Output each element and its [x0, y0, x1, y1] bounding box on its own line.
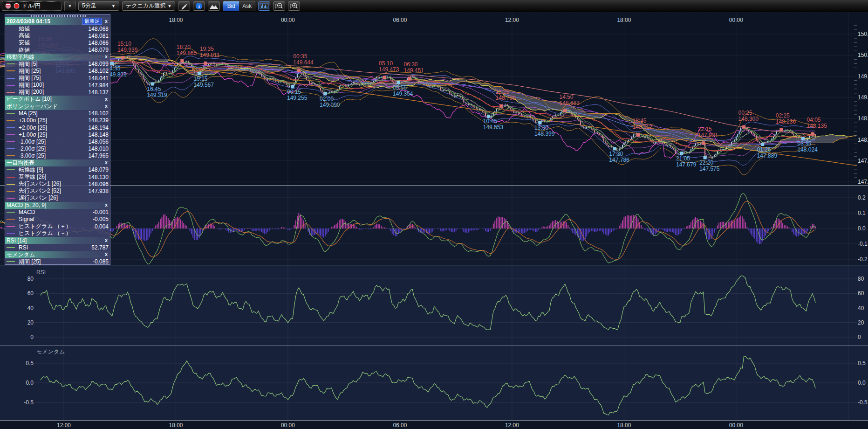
indicator-section-header: モメンタムx — [5, 251, 110, 258]
indicator-value: 148.099 — [89, 61, 109, 67]
pivot-marker-peak — [383, 76, 386, 79]
pivot-price-label: 149.090 — [320, 102, 340, 108]
close-indicator-button[interactable]: x — [104, 97, 109, 102]
chart-style-button[interactable] — [208, 1, 220, 11]
close-panel-button[interactable]: x — [104, 19, 109, 24]
latest-bar-badge: 最新足 — [82, 18, 102, 25]
time-axis-label-bottom: 18:00 — [169, 422, 183, 429]
timeframe-label: 5分足 — [82, 2, 96, 10]
pivot-marker-bottom — [151, 82, 154, 85]
pivot-time-label: 10:45 — [483, 118, 497, 125]
pivot-price-label: 147.575 — [699, 166, 720, 172]
indicator-label: -1.00σ [25] — [19, 138, 89, 145]
info-button[interactable]: i — [193, 1, 205, 11]
pivot-marker-bottom — [324, 92, 327, 95]
pivot-price-label: 147.786 — [609, 157, 629, 163]
indicator-label: RSI — [19, 244, 91, 251]
indicator-section-header: 一目均衡表x — [5, 159, 110, 166]
indicator-row: 基準線 [26]148.130 — [5, 173, 110, 180]
pivot-marker-peak — [742, 125, 745, 129]
currency-pair-select[interactable]: ドル/円 — [2, 1, 62, 11]
close-indicator-button[interactable]: x — [104, 104, 109, 109]
macd-axis-label: -0.2 — [858, 256, 868, 263]
pivot-time-label: 02:00 — [320, 96, 334, 102]
close-indicator-button[interactable]: x — [104, 238, 109, 243]
pivot-price-label: 149.451 — [403, 67, 424, 74]
indicator-label: ボリンジャーバンド — [7, 103, 104, 111]
jp-flag-icon — [14, 3, 20, 9]
indicator-section-header: RSI [14]x — [5, 237, 110, 244]
chart-canvas[interactable]: 10:55150.04711:50149.89514:35149.80915:1… — [0, 0, 868, 429]
pivot-time-label: 18:45 — [632, 118, 646, 124]
indicator-value: 148.079 — [89, 47, 109, 53]
legend-swatch — [7, 212, 15, 213]
indicator-value: 148.194 — [89, 125, 109, 131]
indicator-label: +1.00σ [25] — [19, 131, 89, 138]
rsi-axis-label-right: 20 — [858, 319, 864, 326]
indicator-row: RSI52.787 — [5, 244, 110, 251]
time-axis-label-top: 06:00 — [393, 17, 407, 23]
pivot-price-label: 149.865 — [177, 50, 197, 56]
indicator-row: 期間 [200]148.137 — [5, 89, 110, 96]
indicator-info-panel: 2024/03/08 04:15 最新足 x 始値148.068高値148.08… — [5, 14, 110, 265]
time-axis-label-bottom: 12:00 — [57, 422, 71, 429]
pivot-time-label: 17:30 — [609, 151, 623, 157]
volume-bars-button[interactable] — [258, 1, 270, 11]
indicator-label: MA [25] — [19, 110, 89, 117]
legend-swatch — [7, 63, 15, 64]
indicator-row: 転換線 [9]148.079 — [5, 166, 110, 173]
zoom-out-button[interactable] — [273, 1, 285, 11]
pivot-time-label: 18:20 — [177, 44, 191, 50]
time-axis-label-bottom: 12:00 — [505, 422, 519, 429]
indicator-row: +3.00σ [25]148.239 — [5, 117, 110, 124]
pivot-marker-bottom — [110, 62, 114, 65]
legend-swatch — [7, 92, 15, 93]
indicator-value: -0.005 — [93, 216, 109, 222]
currency-pair-dropdown-button[interactable]: ▼ — [64, 1, 75, 11]
pivot-marker-bottom — [801, 137, 805, 140]
close-indicator-button[interactable]: x — [104, 160, 109, 165]
time-axis-label-top: 18:00 — [617, 17, 631, 23]
zoom-in-button[interactable] — [288, 1, 300, 11]
draw-pencil-button[interactable] — [178, 1, 190, 11]
bars-chart-icon — [260, 3, 269, 9]
pivot-time-label: 22:15 — [698, 126, 712, 132]
pivot-price-label: 148.236 — [776, 118, 796, 125]
pivot-time-label: 04:05 — [807, 117, 821, 123]
bid-ask-toggle: Bid Ask — [223, 1, 255, 11]
indicator-value: -0.085 — [93, 258, 109, 265]
pivot-time-label: 19:35 — [200, 46, 214, 52]
rsi-axis-label-right: 0 — [858, 334, 861, 340]
bid-button[interactable]: Bid — [223, 1, 239, 11]
close-indicator-button[interactable]: x — [104, 252, 109, 257]
indicator-label: MACD — [19, 209, 93, 215]
pivot-time-label: 06:30 — [403, 61, 417, 68]
close-indicator-button[interactable]: x — [104, 203, 109, 208]
indicator-row: 先行スパン1 [26]148.096 — [5, 180, 110, 187]
pivot-marker-peak — [636, 133, 640, 137]
pivot-price-label: 149.473 — [379, 66, 399, 73]
pivot-marker-bottom — [291, 85, 294, 88]
indicator-section-header: 移動平均線x — [5, 54, 110, 61]
legend-swatch — [7, 261, 15, 262]
indicator-section-header: ボリンジャーバンドx — [5, 103, 110, 110]
pivot-price-label: 148.553 — [483, 124, 504, 131]
indicator-row: +2.00σ [25]148.194 — [5, 124, 110, 131]
close-indicator-button[interactable]: x — [104, 55, 109, 59]
indicator-row: -2.00σ [25]148.010 — [5, 145, 110, 152]
price-axis-label: 147.0 — [858, 179, 868, 185]
rsi-axis-label-right: 80 — [858, 276, 864, 282]
pivot-time-label: 00:15 — [287, 89, 301, 95]
technical-select-button[interactable]: テクニカル選択 ▼ — [122, 1, 175, 11]
indicator-value: 148.102 — [89, 68, 109, 74]
time-axis-label-bottom: 00:00 — [281, 422, 295, 429]
pivot-marker-peak — [204, 62, 207, 65]
rsi-axis-label-left: 0 — [30, 334, 34, 340]
momentum-axis-label-right: 0.5 — [858, 360, 866, 367]
ask-button[interactable]: Ask — [239, 1, 255, 11]
indicator-value: 148.137 — [89, 89, 109, 96]
indicator-section-header: ピークボトム [10]x — [5, 96, 110, 103]
indicator-label: -2.00σ [25] — [19, 145, 89, 152]
timeframe-select[interactable]: 5分足 ▼ — [78, 1, 119, 11]
momentum-axis-label-left: 0.0 — [26, 380, 34, 386]
